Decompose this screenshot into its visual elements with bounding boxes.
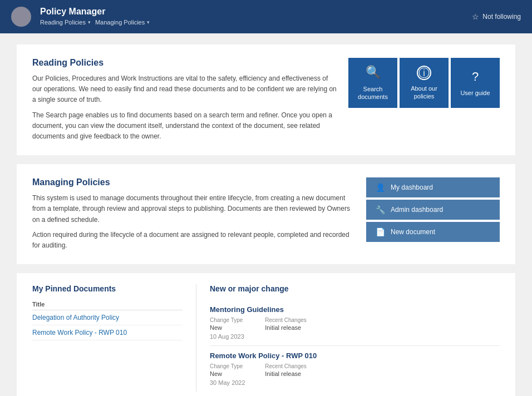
- managing-policies-title: Managing Policies: [32, 177, 355, 187]
- recent-changes-block-0: Recent Changes Initial release: [265, 317, 307, 331]
- not-following-button[interactable]: ☆ Not following: [472, 12, 521, 21]
- change-item-1-title: Remote Work Policy - RWP 010: [210, 352, 500, 360]
- managing-policies-content: Managing Policies This system is used to…: [32, 177, 355, 251]
- changes-title: New or major change: [210, 284, 500, 293]
- question-icon: ?: [472, 69, 479, 85]
- header-nav: Reading Policies ▾ Managing Policies ▾: [40, 18, 154, 27]
- about-policies-button[interactable]: ⓘ About our policies: [400, 58, 449, 108]
- pinned-documents-panel: My Pinned Documents Title Delegation of …: [32, 284, 183, 340]
- admin-dashboard-button[interactable]: 🔧 Admin dashboard: [366, 200, 500, 220]
- nav-reading-policies[interactable]: Reading Policies ▾: [40, 18, 95, 27]
- search-documents-button[interactable]: 🔍 Search documents: [348, 58, 397, 108]
- reading-policies-text2: The Search page enables us to find docum…: [32, 110, 337, 142]
- pinned-title: My Pinned Documents: [32, 284, 183, 293]
- document-icon: 📄: [375, 227, 385, 236]
- pinned-col-title: Title: [32, 300, 183, 310]
- change-item-1-meta: Change Type New Recent Changes Initial r…: [210, 363, 500, 377]
- managing-policies-section: Managing Policies This system is used to…: [17, 164, 515, 264]
- avatar: [11, 7, 31, 27]
- pinned-item-1[interactable]: Remote Work Policy - RWP 010: [32, 325, 183, 340]
- person-icon: 👤: [375, 183, 385, 192]
- header: Policy Manager Reading Policies ▾ Managi…: [0, 0, 532, 33]
- search-icon: 🔍: [366, 65, 381, 81]
- table-row: Delegation of Authority Policy: [32, 310, 183, 325]
- following-label: Not following: [482, 13, 521, 21]
- nav-managing-policies-label: Managing Policies: [95, 19, 145, 26]
- user-guide-label: User guide: [460, 89, 490, 97]
- section-divider: [196, 284, 196, 392]
- reading-policies-text1: Our Policies, Procedures and Work Instru…: [32, 73, 337, 106]
- managing-policies-text2: Action required during the lifecycle of …: [32, 230, 355, 251]
- recent-changes-label-0: Recent Changes: [265, 317, 307, 323]
- new-document-button[interactable]: 📄 New document: [366, 222, 500, 242]
- change-item-0[interactable]: Mentoring Guidelines Change Type New Rec…: [210, 300, 500, 346]
- change-date-1: 30 May 2022: [210, 379, 500, 386]
- pinned-item-0[interactable]: Delegation of Authority Policy: [32, 310, 183, 325]
- managing-action-buttons: 👤 My dashboard 🔧 Admin dashboard 📄 New d…: [366, 177, 500, 242]
- change-type-block-1: Change Type New: [210, 363, 243, 377]
- main-content: Reading Policies Our Policies, Procedure…: [0, 33, 532, 396]
- reading-policies-title: Reading Policies: [32, 58, 337, 68]
- change-date-0: 10 Aug 2023: [210, 333, 500, 340]
- change-item-0-title: Mentoring Guidelines: [210, 305, 500, 314]
- changes-panel: New or major change Mentoring Guidelines…: [210, 284, 500, 392]
- change-type-label-1: Change Type: [210, 363, 243, 369]
- change-type-block-0: Change Type New: [210, 317, 243, 331]
- user-guide-button[interactable]: ? User guide: [451, 58, 500, 108]
- search-documents-label: Search documents: [352, 85, 394, 101]
- recent-changes-value-1: Initial release: [265, 370, 307, 377]
- new-document-label: New document: [391, 228, 435, 236]
- chevron-down-icon: ▾: [88, 19, 91, 25]
- star-icon: ☆: [472, 12, 479, 21]
- recent-changes-label-1: Recent Changes: [265, 363, 307, 369]
- reading-policies-section: Reading Policies Our Policies, Procedure…: [17, 44, 515, 155]
- change-type-label-0: Change Type: [210, 317, 243, 323]
- change-item-1[interactable]: Remote Work Policy - RWP 010 Change Type…: [210, 346, 500, 392]
- my-dashboard-button[interactable]: 👤 My dashboard: [366, 177, 500, 197]
- header-left: Policy Manager Reading Policies ▾ Managi…: [11, 7, 154, 27]
- pinned-table: Title Delegation of Authority Policy Rem…: [32, 300, 183, 340]
- change-type-value-0: New: [210, 324, 243, 331]
- reading-action-buttons: 🔍 Search documents ⓘ About our policies …: [348, 58, 500, 108]
- chevron-down-icon-2: ▾: [147, 19, 150, 25]
- bottom-section: My Pinned Documents Title Delegation of …: [17, 273, 515, 396]
- app-title: Policy Manager: [40, 7, 154, 17]
- managing-policies-text1: This system is used to manage documents …: [32, 193, 355, 225]
- admin-icon: 🔧: [375, 205, 385, 214]
- change-item-0-meta: Change Type New Recent Changes Initial r…: [210, 317, 500, 331]
- my-dashboard-label: My dashboard: [391, 184, 433, 191]
- nav-managing-policies[interactable]: Managing Policies ▾: [95, 18, 154, 27]
- info-icon: ⓘ: [417, 66, 431, 80]
- recent-changes-block-1: Recent Changes Initial release: [265, 363, 307, 377]
- recent-changes-value-0: Initial release: [265, 324, 307, 331]
- admin-dashboard-label: Admin dashboard: [391, 206, 443, 214]
- table-row: Remote Work Policy - RWP 010: [32, 325, 183, 340]
- change-type-value-1: New: [210, 370, 243, 377]
- nav-reading-policies-label: Reading Policies: [40, 19, 86, 26]
- about-policies-label: About our policies: [403, 85, 445, 101]
- reading-policies-content: Reading Policies Our Policies, Procedure…: [32, 58, 337, 142]
- header-title-group: Policy Manager Reading Policies ▾ Managi…: [40, 7, 154, 27]
